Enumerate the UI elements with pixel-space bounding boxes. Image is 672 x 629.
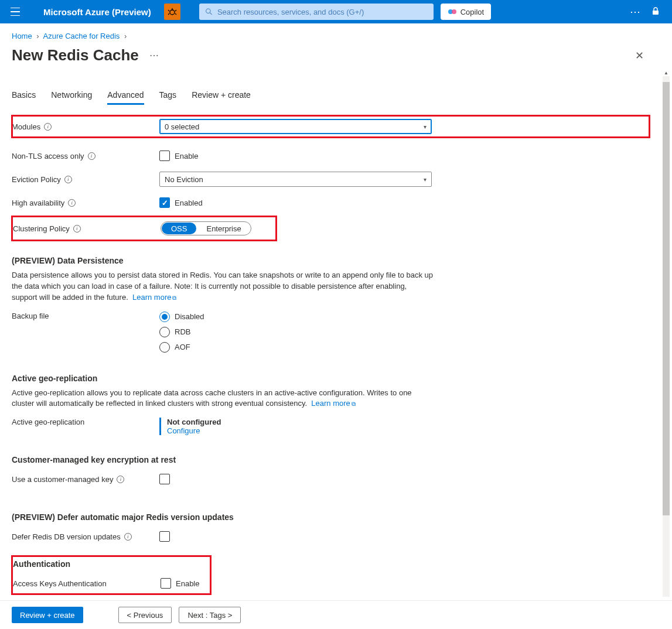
backup-label: Backup file: [12, 312, 49, 320]
geo-heading: Active geo-replication: [12, 374, 650, 383]
backup-opt-aof: AOF: [175, 343, 190, 351]
svg-line-4: [168, 13, 169, 15]
defer-label: Defer Redis DB version updates: [12, 532, 121, 541]
chevron-down-icon: ▾: [424, 176, 427, 183]
eviction-label: Eviction Policy: [12, 175, 61, 184]
page-title: New Redis Cache: [12, 46, 139, 64]
accesskeys-checkbox[interactable]: [161, 578, 171, 589]
clustering-toggle: OSS Enterprise: [161, 221, 251, 235]
more-icon[interactable]: ⋯: [630, 5, 642, 18]
info-icon[interactable]: i: [64, 176, 72, 183]
chevron-right-icon: ›: [36, 32, 39, 40]
eviction-value: No Eviction: [165, 175, 203, 184]
svg-point-0: [170, 10, 175, 15]
highlight-clustering: Clustering Policyi OSS Enterprise: [12, 216, 277, 241]
nontls-label: Non-TLS access only: [12, 152, 84, 160]
backup-opt-disabled: Disabled: [175, 312, 204, 321]
search-input[interactable]: [217, 8, 428, 16]
defer-checkbox[interactable]: [159, 531, 170, 542]
info-icon[interactable]: i: [44, 123, 52, 131]
modules-value: 0 selected: [165, 122, 199, 131]
lock-icon[interactable]: [652, 7, 659, 17]
footer: Review + create < Previous Next : Tags >: [0, 600, 672, 629]
persistence-desc: Data persistence allows you to persist d…: [12, 270, 434, 303]
review-create-button[interactable]: Review + create: [12, 607, 83, 623]
tab-networking[interactable]: Networking: [51, 87, 92, 105]
learn-more-link[interactable]: Learn more⧉: [132, 293, 176, 302]
previous-button[interactable]: < Previous: [118, 607, 172, 623]
menu-icon[interactable]: [11, 6, 22, 18]
cmk-heading: Customer-managed key encryption at rest: [12, 455, 650, 464]
next-button[interactable]: Next : Tags >: [179, 607, 241, 623]
copilot-label: Copilot: [460, 8, 484, 16]
svg-point-6: [206, 9, 210, 13]
breadcrumb-home[interactable]: Home: [12, 32, 32, 40]
svg-line-5: [175, 13, 176, 15]
info-icon[interactable]: i: [73, 225, 81, 233]
clustering-enterprise[interactable]: Enterprise: [197, 222, 250, 235]
close-icon[interactable]: ✕: [635, 49, 644, 62]
svg-line-3: [175, 10, 176, 11]
svg-rect-10: [653, 11, 659, 15]
cmk-checkbox[interactable]: [159, 474, 170, 484]
highlight-modules: Modulesi 0 selected ▾: [12, 115, 650, 138]
learn-more-text: Learn more: [132, 293, 171, 302]
brand-label[interactable]: Microsoft Azure (Preview): [43, 7, 151, 17]
scrollbar-thumb[interactable]: [663, 82, 670, 515]
info-icon[interactable]: i: [124, 533, 132, 541]
info-icon[interactable]: i: [88, 152, 95, 160]
tab-review[interactable]: Review + create: [192, 87, 251, 105]
modules-label: Modules: [12, 122, 40, 131]
copilot-button[interactable]: Copilot: [441, 4, 491, 20]
svg-line-7: [210, 13, 212, 15]
svg-line-2: [168, 10, 169, 11]
learn-more-text: Learn more: [311, 399, 350, 408]
chevron-right-icon: ›: [124, 32, 127, 40]
backup-disabled-radio[interactable]: [159, 312, 170, 322]
clustering-oss[interactable]: OSS: [162, 223, 196, 234]
tab-advanced[interactable]: Advanced: [107, 87, 144, 105]
persistence-heading: (PREVIEW) Data Persistence: [12, 256, 650, 265]
enabled-label: Enabled: [175, 199, 203, 207]
external-link-icon: ⧉: [352, 401, 356, 407]
backup-radio-group: Disabled RDB AOF: [159, 312, 204, 353]
clustering-label: Clustering Policy: [13, 224, 70, 233]
content-area: Basics Networking Advanced Tags Review +…: [0, 70, 661, 600]
enable-label: Enable: [176, 579, 199, 588]
external-link-icon: ⧉: [172, 295, 176, 301]
ha-label: High availability: [12, 199, 64, 207]
activegeo-label: Active geo-replication: [12, 418, 84, 426]
bug-icon[interactable]: [164, 4, 180, 20]
cmk-label: Use a customer-managed key: [12, 475, 113, 484]
chevron-down-icon: ▾: [424, 124, 427, 130]
geo-desc: Active geo-replication allows you to rep…: [12, 388, 434, 410]
breadcrumb-parent[interactable]: Azure Cache for Redis: [43, 32, 120, 40]
search-box[interactable]: [199, 4, 434, 20]
breadcrumb: Home › Azure Cache for Redis ›: [0, 23, 672, 43]
persistence-desc-text: Data persistence allows you to persist d…: [12, 271, 433, 302]
eviction-dropdown[interactable]: No Eviction ▾: [159, 172, 432, 187]
modules-dropdown[interactable]: 0 selected ▾: [159, 119, 432, 134]
page-header: New Redis Cache ⋯ ✕: [0, 43, 672, 64]
info-icon[interactable]: i: [117, 476, 124, 483]
geo-configure-link[interactable]: Configure: [167, 426, 221, 435]
title-more-icon[interactable]: ⋯: [149, 50, 159, 61]
geo-status-block: Not configured Configure: [159, 418, 221, 435]
enable-label: Enable: [175, 152, 198, 160]
svg-point-9: [452, 9, 456, 14]
learn-more-link[interactable]: Learn more⧉: [311, 399, 355, 408]
info-icon[interactable]: i: [68, 199, 76, 207]
backup-opt-rdb: RDB: [175, 327, 190, 336]
backup-rdb-radio[interactable]: [159, 327, 170, 337]
auth-heading: Authentication: [13, 559, 210, 569]
nontls-checkbox[interactable]: [159, 151, 170, 161]
highlight-auth: Authentication Access Keys Authenticatio…: [12, 556, 211, 594]
tab-tags[interactable]: Tags: [159, 87, 177, 105]
tab-basics[interactable]: Basics: [12, 87, 36, 105]
search-icon: [205, 8, 213, 16]
geo-not-configured: Not configured: [167, 418, 221, 426]
ha-checkbox[interactable]: [159, 197, 170, 208]
copilot-icon: [448, 7, 457, 16]
defer-heading: (PREVIEW) Defer automatic major Redis ve…: [12, 512, 650, 522]
backup-aof-radio[interactable]: [159, 342, 170, 353]
